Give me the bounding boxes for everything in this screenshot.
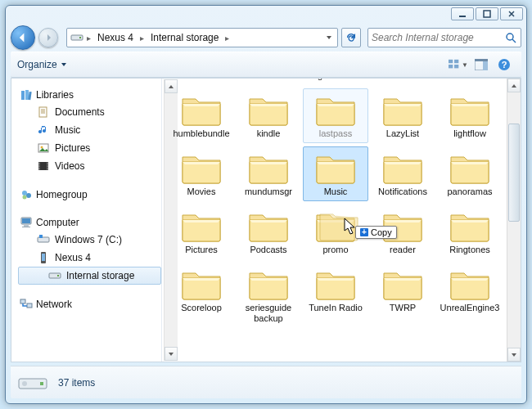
status-count: 37 items — [58, 377, 95, 389]
body: Libraries Documents Music Pictures Video… — [11, 78, 521, 362]
folder-item[interactable]: seriesguide backup — [236, 263, 301, 328]
content-scrollbar[interactable] — [507, 79, 521, 362]
folder-label: lastpass — [319, 128, 352, 139]
folder-icon — [247, 209, 290, 243]
svg-point-4 — [507, 34, 513, 40]
organize-menu[interactable]: Organize — [17, 59, 67, 70]
nav-label: Documents — [55, 106, 105, 118]
nav-label: Nexus 4 — [55, 252, 91, 263]
libraries-icon — [20, 88, 33, 101]
folder-icon — [314, 151, 357, 185]
nav-homegroup[interactable]: Homegroup — [18, 187, 161, 203]
document-icon — [37, 106, 50, 119]
folder-item[interactable]: geCache — [303, 79, 368, 85]
svg-rect-15 — [21, 91, 25, 100]
content-pane[interactable]: geCachehumblebundlekindlelastpassLazyLis… — [162, 79, 521, 362]
folder-icon — [180, 151, 223, 185]
scroll-track[interactable] — [507, 92, 521, 348]
folder-label: humblebundle — [173, 128, 229, 139]
svg-rect-18 — [39, 107, 47, 117]
folder-item[interactable]: Notifications — [370, 146, 435, 201]
folder-item[interactable]: Pictures — [169, 204, 234, 259]
close-button[interactable] — [500, 7, 523, 20]
folder-item[interactable]: Ringtones — [437, 204, 503, 259]
svg-rect-1 — [484, 11, 490, 17]
svg-rect-37 — [22, 218, 30, 223]
nav-label: Videos — [55, 160, 84, 172]
nav-music[interactable]: Music — [18, 121, 161, 139]
folder-label: TuneIn Radio — [309, 303, 363, 313]
nav-label: Windows 7 (C:) — [55, 234, 122, 245]
folder-label: Pictures — [185, 245, 218, 255]
search-box[interactable] — [367, 28, 521, 47]
nav-internal-storage[interactable]: Internal storage — [18, 267, 161, 285]
chevron-right-icon[interactable]: ▸ — [138, 34, 146, 43]
minimize-button[interactable] — [451, 7, 474, 20]
folder-item[interactable] — [437, 79, 503, 85]
breadcrumb-device[interactable]: Nexus 4 — [92, 29, 138, 47]
forward-button[interactable] — [38, 28, 58, 47]
svg-point-29 — [38, 168, 39, 169]
nav-drive-c[interactable]: Windows 7 (C:) — [18, 231, 161, 249]
nav-label: Network — [36, 299, 72, 310]
folder-item[interactable]: lastpass — [303, 88, 368, 143]
svg-rect-6 — [449, 60, 453, 63]
address-dropdown[interactable] — [322, 34, 336, 41]
homegroup-icon — [20, 188, 33, 201]
svg-text:?: ? — [502, 60, 507, 70]
refresh-button[interactable] — [341, 28, 361, 47]
svg-point-34 — [26, 193, 31, 198]
maximize-button[interactable] — [476, 7, 498, 20]
folder-item[interactable]: kindle — [236, 88, 301, 143]
folder-label: TWRP — [390, 303, 416, 313]
pictures-icon — [37, 142, 50, 155]
folder-label: kindle — [257, 128, 281, 139]
search-icon[interactable] — [504, 31, 517, 44]
svg-rect-3 — [79, 37, 81, 38]
nav-network[interactable]: Network — [18, 296, 161, 312]
folder-item[interactable]: Music — [303, 146, 368, 201]
folder-item[interactable] — [169, 79, 234, 85]
back-button[interactable] — [11, 25, 35, 50]
folder-item[interactable]: panoramas — [437, 146, 503, 201]
folder-item[interactable] — [370, 79, 435, 85]
folder-item[interactable]: LazyList — [370, 88, 435, 143]
folder-item[interactable]: UnrealEngine3 — [437, 263, 503, 328]
chevron-right-icon[interactable]: ▸ — [223, 34, 231, 43]
folder-label: reader — [390, 245, 416, 255]
nav-device[interactable]: Nexus 4 — [18, 249, 161, 267]
folder-item[interactable]: TuneIn Radio — [303, 263, 368, 328]
breadcrumb-location[interactable]: Internal storage — [146, 29, 223, 47]
folder-item[interactable]: TWRP — [370, 263, 435, 328]
svg-rect-7 — [454, 60, 458, 63]
chevron-down-icon: ▼ — [462, 61, 468, 69]
drive-icon — [48, 269, 61, 282]
svg-rect-41 — [39, 235, 43, 238]
folder-item[interactable]: Scoreloop — [169, 263, 234, 328]
folder-item[interactable]: Podcasts — [236, 204, 301, 259]
folder-item[interactable]: humblebundle — [169, 88, 234, 143]
toolbar: Organize ▼ ? — [11, 52, 521, 78]
plus-icon: + — [360, 228, 368, 236]
nav-videos[interactable]: Videos — [18, 157, 161, 175]
scroll-down-button[interactable] — [507, 348, 521, 362]
computer-icon — [20, 216, 33, 229]
nav-pictures[interactable]: Pictures — [18, 139, 161, 157]
preview-pane-button[interactable] — [471, 56, 492, 74]
help-button[interactable]: ? — [494, 56, 515, 74]
folder-item[interactable]: Movies — [169, 146, 234, 201]
folder-item[interactable] — [236, 79, 301, 85]
svg-point-27 — [38, 163, 39, 164]
nav-computer[interactable]: Computer — [18, 214, 161, 231]
scroll-up-button[interactable] — [507, 79, 521, 92]
folder-item[interactable]: mundumsgr — [236, 146, 301, 201]
nav-libraries[interactable]: Libraries — [18, 87, 161, 103]
address-bar[interactable]: ▸ Nexus 4 ▸ Internal storage ▸ — [66, 28, 338, 47]
chevron-right-icon[interactable]: ▸ — [85, 34, 92, 43]
scroll-thumb[interactable] — [508, 124, 520, 222]
folder-item[interactable]: lightflow — [437, 88, 503, 143]
view-button[interactable]: ▼ — [448, 56, 469, 74]
music-icon — [37, 124, 50, 137]
search-input[interactable] — [372, 32, 504, 43]
nav-documents[interactable]: Documents — [18, 103, 161, 121]
